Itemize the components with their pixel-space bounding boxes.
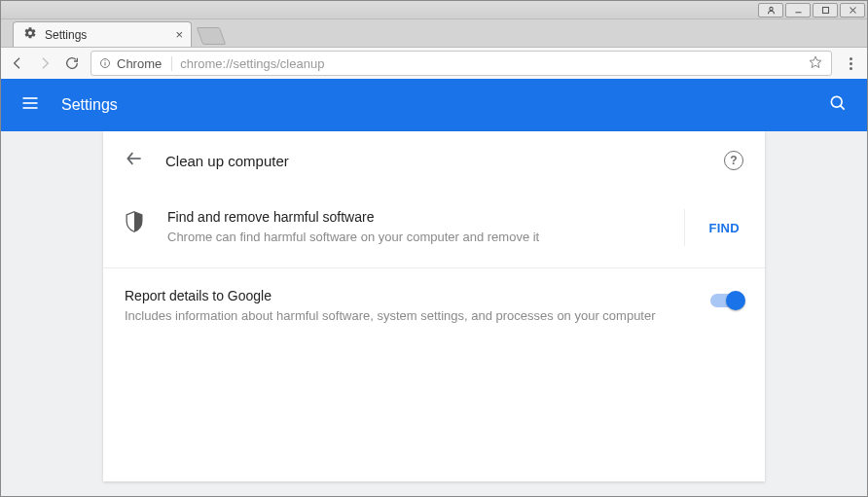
svg-marker-8: [810, 56, 821, 68]
card-header: Clean up computer ?: [103, 131, 765, 186]
find-title: Find and remove harmful software: [167, 209, 684, 225]
omnibox[interactable]: Chrome chrome://settings/cleanup: [90, 51, 832, 76]
gear-icon: [23, 26, 37, 43]
os-maximize-button[interactable]: [813, 3, 838, 18]
new-tab-button[interactable]: [197, 27, 227, 45]
back-button[interactable]: [9, 54, 26, 72]
header-title: Settings: [61, 96, 118, 114]
settings-card: Clean up computer ? Find and remove harm…: [103, 131, 765, 481]
security-label: Chrome: [117, 56, 162, 71]
bookmark-star-icon[interactable]: [808, 54, 823, 73]
report-row: Report details to Google Includes inform…: [103, 268, 765, 344]
tab-title: Settings: [45, 28, 87, 42]
find-subtitle: Chrome can find harmful software on your…: [167, 229, 684, 246]
header-search-icon[interactable]: [828, 93, 848, 117]
forward-button[interactable]: [36, 54, 54, 72]
reload-button[interactable]: [63, 54, 81, 72]
report-toggle[interactable]: [710, 294, 743, 307]
svg-point-7: [104, 60, 105, 61]
report-subtitle: Includes information about harmful softw…: [125, 307, 691, 325]
browser-menu-button[interactable]: [842, 55, 859, 72]
tab-settings[interactable]: Settings ×: [13, 21, 192, 47]
find-harmful-row: Find and remove harmful software Chrome …: [103, 186, 765, 267]
settings-header: Settings: [1, 79, 867, 131]
svg-point-12: [831, 96, 842, 107]
tab-strip: Settings ×: [1, 19, 867, 47]
tab-close-icon[interactable]: ×: [175, 27, 183, 42]
shield-icon: [125, 211, 144, 236]
os-close-button[interactable]: [840, 3, 865, 18]
page-content: Settings Clean up computer ? Find and re…: [1, 79, 867, 496]
svg-point-0: [769, 7, 772, 10]
svg-line-13: [841, 106, 845, 110]
report-title: Report details to Google: [125, 288, 691, 303]
info-icon: [99, 57, 111, 69]
find-button[interactable]: FIND: [705, 215, 743, 241]
browser-toolbar: Chrome chrome://settings/cleanup: [1, 47, 867, 80]
os-minimize-button[interactable]: [785, 3, 811, 18]
hamburger-menu-icon[interactable]: [20, 93, 40, 117]
help-icon[interactable]: ?: [724, 151, 743, 170]
os-titlebar: [1, 1, 867, 19]
security-chip[interactable]: Chrome: [99, 56, 172, 71]
card-back-icon[interactable]: [125, 149, 144, 172]
svg-rect-2: [822, 7, 828, 13]
url-text: chrome://settings/cleanup: [180, 56, 802, 71]
card-title: Clean up computer: [165, 153, 289, 169]
os-user-button[interactable]: [758, 3, 783, 18]
